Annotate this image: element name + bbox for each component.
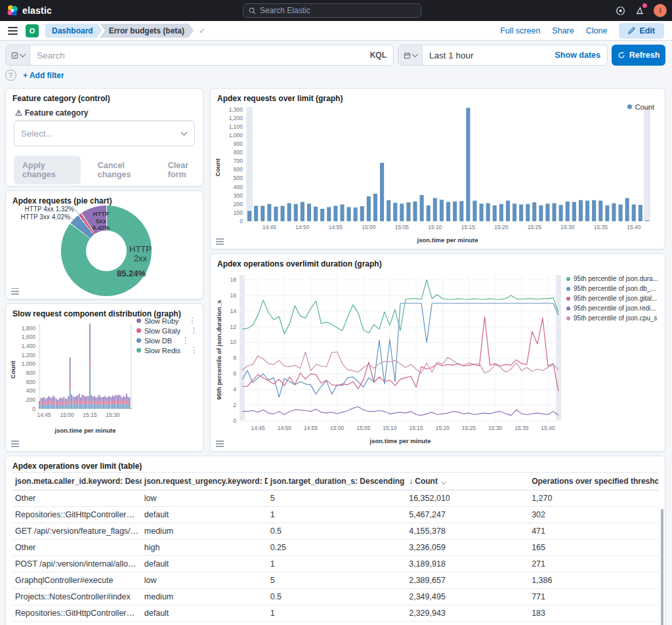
- svg-text:0: 0: [32, 406, 35, 412]
- clone-button[interactable]: Clone: [586, 26, 608, 35]
- query-search-input[interactable]: Search: [37, 51, 370, 60]
- elastic-logo-icon: [7, 5, 18, 16]
- cloud-deployment-icon[interactable]: [614, 5, 626, 16]
- legend-item[interactable]: Slow Gitaly ⋮: [136, 327, 198, 334]
- svg-text:14:50: 14:50: [295, 224, 310, 230]
- svg-text:300: 300: [234, 192, 243, 199]
- svg-text:15:30: 15:30: [488, 425, 503, 431]
- svg-text:1,400: 1,400: [22, 343, 36, 349]
- legend-item[interactable]: 95th percentile of json.db_...: [566, 285, 658, 292]
- svg-text:1,300: 1,300: [229, 106, 243, 113]
- feature-category-select[interactable]: Select...: [14, 120, 195, 146]
- legend-item[interactable]: 95th percentile of json.redi...: [566, 305, 658, 312]
- legend-label: Slow Redis: [144, 347, 180, 355]
- legend-actions-icon[interactable]: ⋮: [189, 316, 196, 325]
- time-picker-menu-button[interactable]: [398, 45, 423, 65]
- table-scrollbar[interactable]: [661, 509, 663, 625]
- svg-text:14:55: 14:55: [304, 425, 318, 431]
- refresh-button[interactable]: Refresh: [612, 45, 665, 66]
- check-icon: ✓: [199, 26, 205, 35]
- column-header-request-urgency[interactable]: json.request_urgency.keyword: Des...: [142, 473, 268, 490]
- legend-actions-icon[interactable]: ⋮: [182, 336, 189, 345]
- bar-chart-canvas[interactable]: 01002003004005006007008009001,0001,1001,…: [220, 103, 656, 234]
- share-button[interactable]: Share: [552, 26, 574, 35]
- add-filter-button[interactable]: + Add filter: [23, 71, 64, 80]
- svg-text:15:15: 15:15: [409, 425, 423, 431]
- legend-item[interactable]: Slow Redis ⋮: [136, 347, 198, 354]
- legend-actions-icon[interactable]: ⋮: [190, 326, 198, 335]
- apply-changes-button[interactable]: Apply changes: [14, 156, 81, 184]
- table-row: Otherhigh0.253,236,059165: [12, 540, 658, 556]
- legend-item[interactable]: Count: [627, 103, 654, 110]
- time-range-value[interactable]: Last 1 hour: [429, 51, 555, 60]
- space-avatar[interactable]: O: [26, 24, 39, 37]
- column-header-caller-id[interactable]: json.meta.caller_id.keyword: Desce...: [12, 473, 142, 490]
- svg-text:800: 800: [26, 370, 35, 376]
- table-cell: 471: [529, 523, 658, 540]
- svg-text:15:40: 15:40: [627, 224, 641, 230]
- panel-options-icon[interactable]: [216, 238, 224, 245]
- legend-color-dot: [136, 338, 141, 343]
- table-cell: default: [142, 507, 268, 523]
- line-chart-canvas[interactable]: 02468101214161814:4514:5014:5515:0015:05…: [221, 270, 565, 435]
- svg-text:12: 12: [230, 324, 237, 330]
- table-row: Projects::NotesController#indexmedium0.5…: [12, 589, 658, 605]
- saved-queries-button[interactable]: [6, 45, 30, 65]
- column-header-count[interactable]: ↓Count: [406, 473, 529, 490]
- panel-options-icon[interactable]: [11, 288, 19, 295]
- panel-feature-category-control: Feature category (control) ⚠ Feature cat…: [5, 88, 203, 186]
- svg-text:400: 400: [26, 387, 35, 394]
- table-cell: 5: [268, 572, 407, 589]
- legend-item[interactable]: Slow DB ⋮: [136, 337, 198, 344]
- table-cell: Other: [12, 490, 142, 507]
- panel-options-icon[interactable]: [11, 441, 19, 447]
- pie-label-http-2xx: HTTP2xx: [111, 245, 170, 263]
- table-cell: 2,160,602: [406, 622, 529, 625]
- panel-options-icon[interactable]: [216, 441, 224, 447]
- legend-item[interactable]: 95th percentile of json.dura...: [566, 275, 658, 282]
- svg-text:15:05: 15:05: [356, 425, 371, 431]
- legend-color-dot: [566, 287, 570, 291]
- logo-text: elastic: [22, 5, 52, 16]
- table-cell: 771: [529, 589, 658, 605]
- column-header-target-duration[interactable]: json.target_duration_s: Descending: [268, 473, 407, 490]
- legend-item[interactable]: 95th percentile of json.gital...: [566, 295, 658, 302]
- svg-text:18: 18: [230, 276, 237, 283]
- svg-text:6: 6: [233, 370, 236, 377]
- legend-item[interactable]: 95th percentile of json.cpu_s: [566, 314, 658, 322]
- elastic-logo[interactable]: elastic: [7, 5, 52, 16]
- global-search-input[interactable]: Search Elastic: [243, 3, 421, 18]
- svg-text:0: 0: [240, 218, 243, 225]
- edit-button[interactable]: Edit: [619, 23, 664, 39]
- show-dates-button[interactable]: Show dates: [555, 51, 600, 60]
- table-cell: 1: [268, 605, 407, 622]
- svg-text:14:50: 14:50: [278, 425, 292, 431]
- cancel-changes-button[interactable]: Cancel changes: [98, 161, 151, 179]
- newsfeed-icon[interactable]: [634, 5, 646, 16]
- table-cell: 1: [268, 507, 407, 523]
- table-cell: default: [142, 622, 268, 625]
- svg-text:15:35: 15:35: [594, 224, 608, 230]
- svg-text:800: 800: [234, 149, 243, 156]
- legend-color-dot: [566, 307, 570, 311]
- full-screen-button[interactable]: Full screen: [500, 26, 540, 35]
- legend-actions-icon[interactable]: ⋮: [190, 346, 198, 355]
- breadcrumb-dashboard[interactable]: Dashboard: [45, 24, 102, 38]
- kql-toggle[interactable]: KQL: [370, 51, 387, 60]
- svg-text:1,800: 1,800: [22, 325, 36, 332]
- filter-menu-icon[interactable]: [5, 70, 16, 81]
- clear-form-button[interactable]: Clear form: [168, 161, 203, 179]
- svg-text:15:05: 15:05: [395, 224, 410, 230]
- time-picker-group: Last 1 hour Show dates: [398, 45, 608, 66]
- user-avatar[interactable]: I: [654, 4, 667, 17]
- table-cell: medium: [142, 589, 268, 605]
- legend-item[interactable]: Slow Ruby ⋮: [136, 317, 198, 324]
- menu-icon[interactable]: [8, 25, 18, 37]
- stacked-bar-chart-canvas[interactable]: 02004006008001,0001,2001,4001,6001,80014…: [15, 320, 135, 422]
- svg-text:700: 700: [234, 158, 243, 164]
- legend-color-dot: [566, 316, 570, 320]
- panel-apdex-requests-pie: Apdex requests (pie chart) HTTP 4xx 1.32…: [5, 190, 203, 299]
- column-header-operations-threshold[interactable]: Operations over specified threshold...: [529, 473, 658, 490]
- table-cell: 3,236,059: [406, 540, 529, 556]
- table-cell: low: [142, 490, 268, 507]
